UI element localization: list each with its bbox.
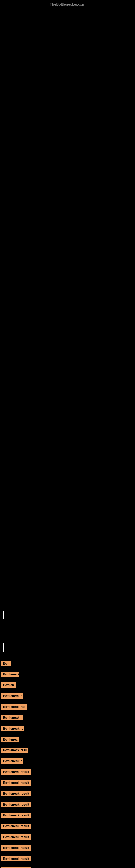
bottleneck-badge[interactable]: Bottleneck resu (1, 748, 28, 753)
table-row: Bottleneck (0, 671, 135, 679)
table-row: Bottleneck r (0, 692, 135, 701)
section-divider-1 (0, 611, 135, 619)
bottleneck-badge[interactable]: Bottleneck result (1, 780, 31, 785)
table-row: Bottleneck resu (0, 746, 135, 755)
bottleneck-badge[interactable]: Bottleneck result (1, 824, 31, 829)
bottleneck-badge[interactable]: Bottleneck res (1, 704, 27, 710)
table-row: Bottleneck result (0, 768, 135, 777)
main-content-area (0, 9, 135, 606)
bottleneck-badge[interactable]: Bottlenec (1, 737, 19, 742)
bottleneck-badge[interactable]: Bottleneck result (1, 813, 31, 818)
section-divider-2 (0, 643, 135, 652)
table-row: Bottleneck result (0, 844, 135, 853)
table-row: Bottleneck result (0, 812, 135, 820)
bottleneck-badge[interactable]: Bottleneck result (1, 834, 31, 840)
bottleneck-badge[interactable]: Bottleneck r (1, 715, 23, 720)
site-title: TheBottlenecker.com (0, 0, 135, 9)
table-row: Bott (0, 660, 135, 669)
bottleneck-results-container (0, 654, 135, 660)
bottleneck-badge[interactable]: Bottlen (1, 682, 16, 688)
bottleneck-badge[interactable]: Bottleneck result (1, 769, 31, 775)
vertical-bar-2 (3, 643, 4, 652)
table-row: Bottleneck result (0, 790, 135, 799)
table-row: Bottleneck re (0, 725, 135, 734)
table-row: Bottleneck result (0, 833, 135, 842)
bottleneck-badge[interactable]: Bottleneck r (1, 693, 23, 699)
bottleneck-badge[interactable]: Bottleneck re (1, 726, 24, 731)
bottleneck-badge[interactable]: Bottleneck result (1, 845, 31, 850)
table-row: Bottleneck result (0, 866, 135, 868)
bottleneck-badge[interactable]: Bottleneck r (1, 758, 23, 764)
bottleneck-badge[interactable]: Bottleneck result (1, 802, 31, 807)
table-row: Bottleneck r (0, 714, 135, 723)
bottleneck-badge[interactable]: Bottleneck (1, 672, 19, 677)
bottleneck-badge[interactable]: Bottleneck result (1, 791, 31, 796)
table-row: Bottlenec (0, 736, 135, 744)
table-row: Bottleneck result (0, 801, 135, 809)
table-row: Bottleneck result (0, 855, 135, 864)
results-list: BottBottleneckBottlenBottleneck rBottlen… (0, 660, 135, 868)
table-row: Bottlen (0, 681, 135, 690)
table-row: Bottleneck result (0, 779, 135, 788)
bottleneck-badge[interactable]: Bott (1, 661, 11, 666)
vertical-bar-1 (3, 611, 4, 619)
table-row: Bottleneck result (0, 823, 135, 831)
table-row: Bottleneck res (0, 703, 135, 712)
bottleneck-badge[interactable]: Bottleneck result (1, 867, 31, 868)
bottleneck-badge[interactable]: Bottleneck result (1, 856, 31, 862)
table-row: Bottleneck r (0, 757, 135, 766)
